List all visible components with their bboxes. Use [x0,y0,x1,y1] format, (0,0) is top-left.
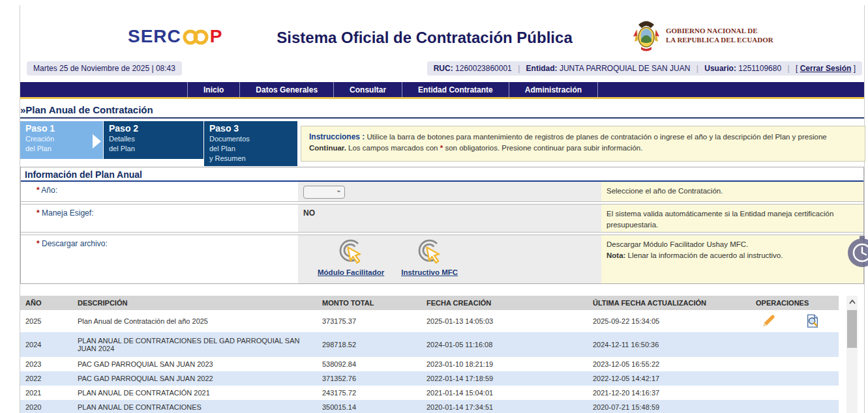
nav-items: Inicio Datos Generales Consultar Entidad… [187,82,864,97]
sercop-logo-text-blue: SERC [128,26,181,47]
table-row-2023: 2023 PAC GAD PARROQUIAL SAN JUAN 2023 53… [20,357,839,371]
instructivo-mfc-download[interactable]: Instructivo MFC [401,238,458,276]
entity-label: Entidad: [526,64,558,73]
instructions-label: Instrucciones : [309,132,365,141]
step-2-detalles[interactable]: Paso 2 Detalles del Plan [104,121,203,159]
chevron-up-icon [849,300,856,304]
breadcrumb: »Plan Anual de Contratación [20,104,864,119]
datetime-badge: Martes 25 de Noviembre de 2025 | 08:43 [27,61,182,76]
table-row-2022: 2022 PAC GAD PARROQUIAL SAN JUAN 2022 37… [20,371,839,386]
session-info-badge: RUC: 1260023860001 | Entidad: JUNTA PARR… [427,61,862,76]
plan-info-section: Información del Plan Anual * Año: ⌄ Sele… [20,167,864,284]
ano-hint: Seleccione el año de Contratación. [601,182,863,201]
gov-line-2: LA REPUBLICA DEL ECUADOR [666,36,773,45]
nav-item-inicio[interactable]: Inicio [187,82,239,97]
scrollbar-thumb[interactable] [847,310,857,348]
section-title: Información del Plan Anual [21,167,863,182]
form-row-descarga: * Descargar archivo: Módulo Facilitador [21,235,863,283]
required-asterisk: * [440,144,443,152]
click-download-icon [415,238,444,266]
document-search-icon [805,314,820,328]
stopwatch-icon [846,235,868,268]
edit-plan-button[interactable] [761,314,775,328]
scroll-up-button[interactable] [846,296,858,307]
nav-item-entidad-contratante[interactable]: Entidad Contratante [402,82,509,97]
masthead: SERC P Sistema Oficial de Contratación P… [20,12,864,60]
ano-label: * Año: [21,182,298,201]
status-row: Martes 25 de Noviembre de 2025 | 08:43 R… [20,61,864,78]
modulo-facilitador-link[interactable]: Módulo Facilitador [318,268,384,276]
table-row-2020: 2020 PLAN ANUAL DE CONTRATACIONES 350015… [20,400,839,413]
sercop-infinity-icon [181,27,211,46]
table-row-2025: 2025 Plan Anual de Contratación del año … [20,310,839,332]
step-3-documentos[interactable]: Paso 3 Documentos del Plan y Resumen [204,121,297,166]
table-header-row: AÑO DESCRIPCIÓN MONTO TOTAL FECHA CREACI… [20,296,839,310]
click-download-icon [337,238,365,266]
sercop-logo-text-red: P [210,26,223,47]
content-frame: SERC P Sistema Oficial de Contratación P… [20,5,865,413]
plan-table: AÑO DESCRIPCIÓN MONTO TOTAL FECHA CREACI… [20,296,839,413]
col-creacion: FECHA CREACIÓN [421,296,588,310]
form-row-ano: * Año: ⌄ Seleccione el año de Contrataci… [21,182,863,201]
esigef-value: NO [303,208,315,218]
table-scrollbar[interactable] [846,296,858,413]
nav-item-administracion[interactable]: Administración [509,82,598,97]
logout-link[interactable]: Cerrar Sesión [800,64,852,73]
ruc-value: 1260023860001 [455,64,512,73]
esigef-hint: El sistema valida automáticamente si la … [601,205,863,232]
gov-line-1: GOBIERNO NACIONAL DE [666,27,773,36]
preview-plan-button[interactable] [805,314,820,328]
form-row-esigef: * Maneja Esigef: NO El sistema valida au… [21,205,863,232]
pencil-icon [761,314,775,328]
main-nav: Inicio Datos Generales Consultar Entidad… [20,82,864,99]
government-brand: GOBIERNO NACIONAL DE LA REPUBLICA DEL EC… [632,20,773,52]
col-operaciones: OPERACIONES [751,296,839,310]
col-monto: MONTO TOTAL [317,296,421,310]
step-arrow-icon [93,134,101,149]
ruc-label: RUC: [434,64,453,73]
col-descripcion: DESCRIPCIÓN [72,296,317,310]
ecuador-coat-of-arms-icon [632,20,661,52]
user-label: Usuario: [704,64,736,73]
steps-row: Paso 1 Creación del Plan Paso 2 Detalles… [20,121,864,167]
modulo-facilitador-download[interactable]: Módulo Facilitador [318,238,384,276]
table-row-2024: 2024 PLAN ANUAL DE CONTRATACIONES DEL GA… [20,332,839,357]
nav-item-consultar[interactable]: Consultar [333,82,402,97]
logout-wrapper: [ Cerrar Sesión ] [796,64,856,73]
col-actualizacion: ÚLTIMA FECHA ACTUALIZACIÓN [588,296,751,310]
page: SERC P Sistema Oficial de Contratación P… [0,0,868,413]
instructivo-mfc-link[interactable]: Instructivo MFC [401,268,458,276]
esigef-label: * Maneja Esigef: [21,205,298,232]
entity-value: JUNTA PARROQUIAL DE SAN JUAN [560,64,690,73]
table-row-2021: 2021 PLAN ANUAL DE CONTRATACIÓN 2021 243… [20,386,839,400]
app-title: Sistema Oficial de Contratación Pública [242,29,607,47]
descarga-label: * Descargar archivo: [21,235,298,283]
col-ano: AÑO [20,296,72,310]
step-1-creacion[interactable]: Paso 1 Creación del Plan [20,121,103,159]
stopwatch-widget[interactable] [846,235,868,268]
user-value: 1251109680 [738,64,781,73]
descarga-hint: Descargar Módulo Facilitador Ushay MFC. … [601,235,863,283]
sercop-logo: SERC P [128,26,222,47]
instructions-box: Instrucciones : Utilice la barra de boto… [301,126,865,162]
year-select[interactable] [303,186,345,199]
government-text: GOBIERNO NACIONAL DE LA REPUBLICA DEL EC… [666,27,773,45]
nav-item-datos-generales[interactable]: Datos Generales [239,82,333,97]
